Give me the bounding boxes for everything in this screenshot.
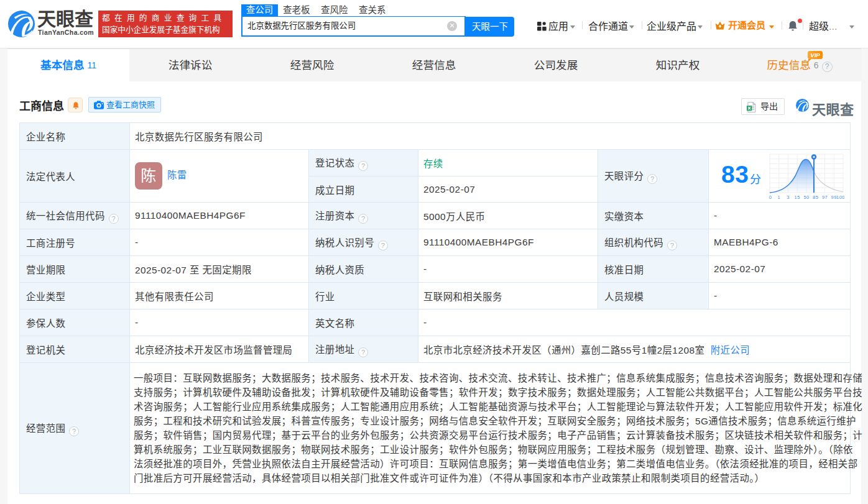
svg-text:50: 50 xyxy=(803,195,809,200)
svg-text:1: 1 xyxy=(777,195,780,200)
svg-text:0: 0 xyxy=(769,195,772,200)
svg-text:85: 85 xyxy=(813,195,818,200)
svg-text:15: 15 xyxy=(795,195,800,200)
svg-text:3: 3 xyxy=(787,195,790,200)
svg-text:97: 97 xyxy=(822,195,828,200)
svg-text:100: 100 xyxy=(836,195,844,200)
